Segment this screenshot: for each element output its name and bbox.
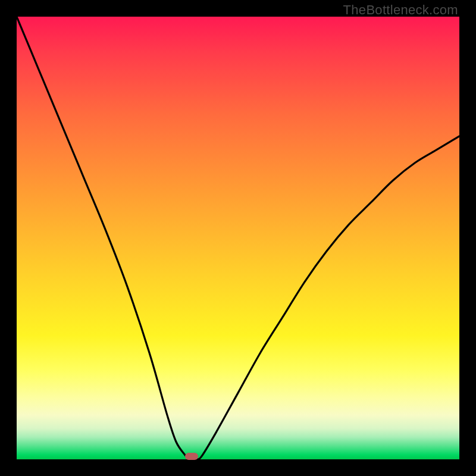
chart-frame: TheBottleneck.com (0, 0, 476, 476)
plot-area (17, 17, 459, 459)
watermark-text: TheBottleneck.com (343, 2, 458, 18)
